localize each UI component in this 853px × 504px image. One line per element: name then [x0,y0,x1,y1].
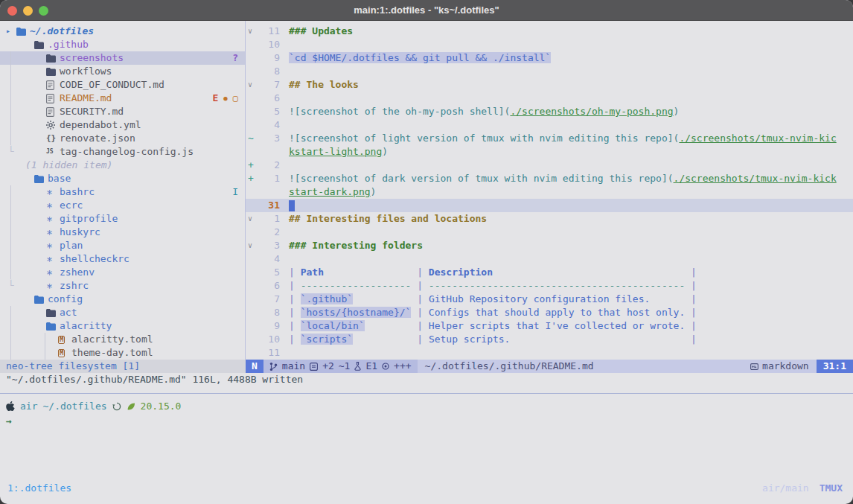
tree-item-zshenv[interactable]: ∗zshenv [0,266,246,279]
mode-indicator: N [246,360,263,373]
buffer-line[interactable]: 2 [246,226,853,239]
tree-item-alacritty.toml[interactable]: Malacritty.toml [0,333,246,346]
filename-segment: ~/.dotfiles/.github/README.md markdown [418,360,817,373]
expander-icon[interactable]: ▸ [6,25,16,38]
tree-item-tag-changelog-config.js[interactable]: └JStag-changelog-config.js [0,145,246,159]
file-path: ~/.dotfiles/.github/README.md [425,360,594,373]
command-message: "~/.dotfiles/.github/README.md" 116L, 44… [0,373,853,386]
tree-item-plan[interactable]: ∗plan [0,239,246,252]
buffer-line[interactable]: start-dark.png) [246,185,853,199]
buffer-line[interactable]: 9`cd $HOME/.dotfiles && git pull && ./in… [246,51,853,65]
tree-item-act[interactable]: act [0,306,246,319]
indent-guide [10,92,11,105]
indent-guide [10,132,11,145]
tree-item-bashrc[interactable]: ∗bashrcI [0,185,246,199]
gutter-space [246,293,258,306]
tree-item-security.md[interactable]: SECURITY.md [0,105,246,118]
buffer-line[interactable]: 11 [246,346,853,360]
line-number: 4 [258,252,280,266]
star-icon: ∗ [46,279,60,293]
indent-guide [10,266,11,279]
buffer-line[interactable]: +2 [246,159,853,172]
fold-chevron-icon[interactable]: ∨ [246,78,258,92]
file-icon [46,80,60,90]
line-text: ![screenshot of light version of tmux wi… [289,132,837,145]
tree-item-dependabot.yml[interactable]: dependabot.yml [0,118,246,132]
git-segment: main +2 ~1 E1 +++ [263,360,418,373]
tree-item-renovate.json[interactable]: {}renovate.json [0,132,246,145]
buffer-line[interactable]: 10| `scripts` | Setup scripts. | [246,333,853,346]
buffer-line[interactable]: kstart-light.png) [246,145,853,159]
buffer-line[interactable]: ∨11### Updates [246,25,853,38]
diagnostics-error-count: E1 [365,360,377,373]
tree-item-ecrc[interactable]: ∗ecrc [0,199,246,212]
tree-item-label: dependabot.yml [60,118,141,132]
traffic-lights [7,6,48,16]
tree-item-label: theme-day.toml [71,346,153,360]
tmux-window-item[interactable]: 1:.dotfiles [7,482,71,495]
fold-chevron-icon[interactable]: ∨ [246,212,258,226]
minimize-button[interactable] [23,6,33,16]
diff-changed-count: ~1 [339,360,351,373]
buffer-line[interactable]: 8 [246,65,853,78]
tree-item-label: workflows [60,65,112,78]
window-title: main:1:.dotfiles - "ks~/.dotfiles" [354,4,499,16]
line-text: ### Interesting folders [289,239,423,252]
tree-item-zshrc[interactable]: └∗zshrc [0,279,246,293]
buffer-line[interactable]: ~3![screenshot of light version of tmux … [246,132,853,145]
editor-buffer: ∨11### Updates109`cd $HOME/.dotfiles && … [246,25,853,360]
buffer-line[interactable]: 5![screenshot of the oh-my-posh shell](.… [246,105,853,118]
buffer-line[interactable]: ∨3### Interesting folders [246,239,853,252]
gutter-space [246,92,258,105]
buffer-line[interactable]: 4 [246,118,853,132]
gutter-space [246,105,258,118]
zoom-button[interactable] [39,6,48,16]
line-text [289,199,295,212]
indent-guide [10,252,11,266]
tree-item-theme-day.toml[interactable]: Mtheme-day.toml [0,346,246,360]
indent-guide [10,239,11,252]
indent-guide [10,319,11,333]
tmux-badge: TMUX [820,482,843,495]
line-text: ![screenshot of the oh-my-posh shell](./… [289,105,679,118]
title-bar[interactable]: main:1:.dotfiles - "ks~/.dotfiles" [0,0,853,21]
tree-item-code-of-conduct.md[interactable]: CODE_OF_CONDUCT.md [0,78,246,92]
cursor-line[interactable]: 31 [246,199,853,212]
tree-item-.github[interactable]: .github [0,38,246,51]
buffer-line[interactable]: 6| ------------------- | ---------------… [246,279,853,293]
indent-guide [45,333,45,346]
tree-item-readme.md[interactable]: README.mdE●▢ [0,92,246,105]
tree-item-label: bashrc [60,185,95,199]
buffer-line[interactable]: 6 [246,92,853,105]
tree-item-workflows[interactable]: workflows [0,65,246,78]
buffer-line[interactable]: 7| `.github` | GitHub Repository configu… [246,293,853,306]
buffer-line[interactable]: 10 [246,38,853,51]
line-number: 3 [258,132,280,145]
tree-item--1-hidden-item-[interactable]: (1 hidden item) [0,159,246,172]
tree-item-label: zshrc [60,279,89,293]
tree-item-screenshots[interactable]: screenshots? [0,51,246,65]
buffer-line[interactable]: 4 [246,252,853,266]
gitsign-added: + [246,159,258,172]
close-button[interactable] [7,6,17,16]
file-tree: ▸~/.dotfiles.githubscreenshots?workflows… [0,25,246,360]
diagnostic-error-mark: E [213,92,219,105]
buffer-line[interactable]: 5| Path | Description | [246,266,853,279]
fold-chevron-icon[interactable]: ∨ [246,25,258,38]
fold-chevron-icon[interactable]: ∨ [246,239,258,252]
node-version: 20.15.0 [141,400,182,413]
buffer-line[interactable]: ∨7## The looks [246,78,853,92]
tree-item-base[interactable]: base [0,172,246,185]
tree-item-shellcheckrc[interactable]: ∗shellcheckrc [0,252,246,266]
buffer-line[interactable]: 8| `hosts/{hostname}/` | Configs that sh… [246,306,853,319]
line-number: 2 [258,226,280,239]
tree-item-gitprofile[interactable]: ∗gitprofile [0,212,246,226]
buffer-line[interactable]: +1![screenshot of dark version of tmux w… [246,172,853,185]
tmux-pane-border[interactable] [0,393,853,394]
tree-item--.dotfiles[interactable]: ▸~/.dotfiles [0,25,246,38]
buffer-line[interactable]: 9| `local/bin` | Helper scripts that I'v… [246,319,853,333]
tree-item-huskyrc[interactable]: ∗huskyrc [0,226,246,239]
buffer-line[interactable]: ∨1## Interesting files and locations [246,212,853,226]
tree-item-alacritty[interactable]: alacritty [0,319,246,333]
tree-item-config[interactable]: config [0,293,246,306]
